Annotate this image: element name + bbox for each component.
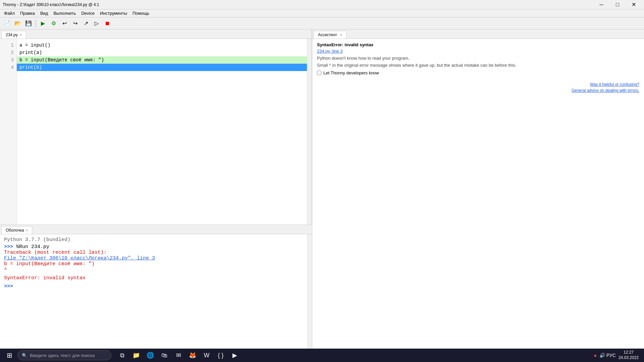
- menu-help[interactable]: Помощь: [130, 10, 152, 16]
- toolbar-save[interactable]: 💾: [23, 19, 34, 28]
- shell-scrollbar[interactable]: [307, 234, 312, 349]
- close-button[interactable]: ✕: [626, 0, 641, 9]
- line-numbers: 1 2 3 4: [0, 39, 17, 225]
- assistant-error-title: SyntaxError: invalid syntax: [317, 42, 639, 47]
- editor-panel: 234.py × 1 2 3 4 a = input() pr: [0, 29, 312, 225]
- editor-tab-bar: 234.py ×: [0, 29, 312, 39]
- sys-tray-icons: 🔺 🔊 РУС: [592, 353, 616, 358]
- shell-prompt-2-line: >>>: [4, 284, 303, 289]
- toolbar-resume[interactable]: ▷: [92, 19, 102, 28]
- taskbar-file-explorer[interactable]: 📁: [129, 349, 143, 362]
- editor-shell-area: 234.py × 1 2 3 4 a = input() pr: [0, 29, 312, 349]
- toolbar-step-over[interactable]: ↩: [59, 19, 69, 28]
- shell-run-line: >>> %Run 234.py: [4, 244, 303, 250]
- line-num-2: 2: [11, 49, 14, 56]
- assistant-panel: Ассистент × SyntaxError: invalid syntax …: [312, 29, 644, 349]
- line-num-4: 4: [11, 64, 14, 71]
- menu-file[interactable]: Файл: [1, 10, 17, 16]
- shell-syntax-error-line: SyntaxError: invalid syntax: [4, 275, 303, 281]
- title-bar-controls: ─ □ ✕: [594, 0, 641, 9]
- assistant-content-area: SyntaxError: invalid syntax 234.py, line…: [312, 39, 644, 349]
- assistant-tab-label: Ассистент: [318, 33, 337, 37]
- assistant-link-advice[interactable]: General advice on dealing with errors.: [317, 88, 639, 93]
- assistant-tab[interactable]: Ассистент ×: [314, 31, 346, 39]
- title-bar: Thonny - Z:\Кадет 306\10 класс\Логика\23…: [0, 0, 644, 9]
- code-scroll-area: a = input() print(a) b = input(Введите с…: [17, 39, 312, 225]
- assistant-checkbox-label: Let Thonny developers know: [323, 70, 379, 75]
- tray-network-icon[interactable]: 🔺: [592, 353, 598, 358]
- line-num-3: 3: [11, 56, 14, 64]
- taskbar-search-text: Введите здесь текст для поиска: [30, 353, 95, 358]
- code-line-1: a = input(): [17, 42, 307, 49]
- assistant-desc1: Python doesn't know how to read your pro…: [317, 56, 639, 61]
- taskbar-search[interactable]: 🔍 Введите здесь текст для поиска: [17, 350, 111, 360]
- code-editor[interactable]: 1 2 3 4 a = input() print(a) b = input(В…: [0, 39, 312, 225]
- shell-error-code-line: b = input(Введите своё имя: "): [4, 261, 303, 267]
- assistant-hint1: Small ^ in the original error message sh…: [317, 63, 639, 68]
- shell-tab-close[interactable]: ×: [26, 229, 28, 232]
- menu-bar: Файл Правка Вид Выполнить Device Инструм…: [0, 9, 644, 17]
- menu-view[interactable]: Вид: [38, 10, 51, 16]
- taskbar-store[interactable]: 🛍: [158, 349, 171, 362]
- shell-file-link[interactable]: File "Z:\Кадет 306\10 класс\Логика\234.p…: [4, 255, 134, 261]
- menu-run[interactable]: Выполнить: [51, 10, 78, 16]
- toolbar: 📄 📂 💾 ▶ ⚙ ↩ ↪ ↗ ▷ ⏹: [0, 17, 644, 29]
- shell-tab[interactable]: Оболочка ×: [1, 226, 32, 234]
- editor-tab-close[interactable]: ×: [20, 33, 22, 37]
- taskbar-start-button[interactable]: ⊞: [3, 349, 16, 362]
- shell-prompt-2: >>>: [4, 284, 13, 289]
- shell-content-wrapper: Python 3.7.7 (bundled) >>> %Run 234.py T…: [0, 234, 312, 349]
- taskbar-other[interactable]: ▶: [228, 349, 241, 362]
- toolbar-step-out[interactable]: ↗: [81, 19, 91, 28]
- taskbar-edge[interactable]: 🌐: [144, 349, 157, 362]
- toolbar-open[interactable]: 📂: [13, 19, 23, 28]
- title-bar-text: Thonny - Z:\Кадет 306\10 класс\Логика\23…: [3, 2, 99, 7]
- toolbar-new[interactable]: 📄: [2, 19, 12, 28]
- taskbar-app-icons: ⧉ 📁 🌐 🛍 ✉ 🦊 W { } ▶: [115, 349, 241, 362]
- menu-tools[interactable]: Инструменты: [97, 10, 130, 16]
- shell-tab-bar: Оболочка ×: [0, 225, 312, 234]
- editor-scrollbar[interactable]: [307, 39, 312, 225]
- shell-panel: Оболочка × Python 3.7.7 (bundled) >>> %R…: [0, 225, 312, 349]
- shell-output[interactable]: Python 3.7.7 (bundled) >>> %Run 234.py T…: [0, 234, 307, 349]
- shell-line-ref[interactable]: line 3: [134, 255, 155, 261]
- code-line-2: print(a): [17, 49, 307, 56]
- taskbar-clock[interactable]: 12:27 24.03.2022: [619, 350, 639, 360]
- taskbar: ⊞ 🔍 Введите здесь текст для поиска ⧉ 📁 🌐…: [0, 349, 644, 362]
- assistant-tab-close[interactable]: ×: [340, 33, 342, 37]
- line-num-1: 1: [11, 42, 14, 49]
- tray-sound-icon[interactable]: 🔊: [599, 353, 605, 358]
- taskbar-browser2[interactable]: 🦊: [186, 349, 199, 362]
- shell-traceback: Traceback (most recent call last):: [4, 250, 303, 255]
- minimize-button[interactable]: ─: [594, 0, 609, 9]
- shell-run-cmd: %Run 234.py: [16, 244, 49, 250]
- editor-tab-234py[interactable]: 234.py ×: [1, 31, 26, 39]
- shell-caret-line: ^: [4, 267, 303, 273]
- shell-file-ref-line: File "Z:\Кадет 306\10 класс\Логика\234.p…: [4, 255, 303, 261]
- main-container: 234.py × 1 2 3 4 a = input() pr: [0, 29, 644, 349]
- code-content[interactable]: a = input() print(a) b = input(Введите с…: [17, 39, 307, 225]
- assistant-file-link[interactable]: 234.py, line 3: [317, 49, 639, 54]
- taskbar-code[interactable]: { }: [214, 349, 227, 362]
- search-icon: 🔍: [22, 353, 27, 358]
- maximize-button[interactable]: □: [610, 0, 625, 9]
- toolbar-step-into[interactable]: ↪: [70, 19, 80, 28]
- shell-python-version: Python 3.7.7 (bundled): [4, 237, 303, 243]
- taskbar-mail[interactable]: ✉: [172, 349, 185, 362]
- taskbar-date-display: 24.03.2022: [619, 355, 639, 361]
- menu-edit[interactable]: Правка: [17, 10, 38, 16]
- assistant-checkbox[interactable]: [317, 71, 321, 75]
- assistant-checkbox-row: Let Thonny developers know: [317, 70, 639, 75]
- shell-syntax-error: SyntaxError: invalid syntax: [4, 275, 86, 281]
- toolbar-separator-1: [36, 20, 36, 27]
- toolbar-run[interactable]: ▶: [38, 19, 48, 28]
- tray-lang[interactable]: РУС: [606, 353, 616, 358]
- taskbar-task-view[interactable]: ⧉: [115, 349, 129, 362]
- menu-device[interactable]: Device: [78, 10, 97, 16]
- taskbar-word[interactable]: W: [200, 349, 213, 362]
- toolbar-debug[interactable]: ⚙: [49, 19, 59, 28]
- code-line-3: b = input(Введите своё имя: "): [17, 56, 307, 64]
- taskbar-time-display: 12:27: [619, 350, 639, 355]
- toolbar-stop[interactable]: ⏹: [102, 19, 112, 28]
- assistant-link-helpful[interactable]: Was it helpful or confusing?: [317, 82, 639, 87]
